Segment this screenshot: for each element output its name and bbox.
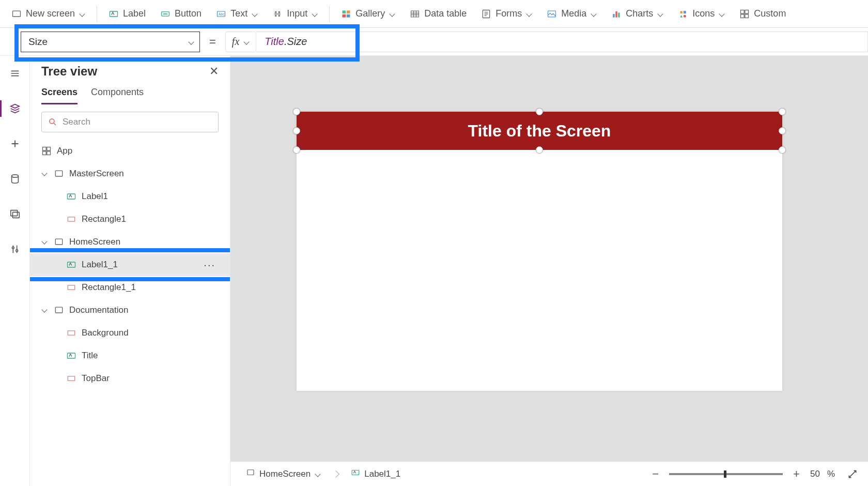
app-icon: [41, 146, 52, 156]
canvas[interactable]: Title of the Screen HomeScreen: [230, 56, 868, 486]
forms-button[interactable]: Forms: [475, 5, 538, 22]
zoom-pct: %: [827, 469, 835, 479]
svg-rect-47: [247, 470, 254, 475]
title-text: Title of the Screen: [468, 122, 611, 141]
search-input[interactable]: Search: [41, 112, 219, 132]
tree-label: MasterScreen: [69, 169, 124, 179]
resize-handle[interactable]: [293, 146, 300, 154]
tree-list: App MasterScreen Label1 Rectangle1: [30, 140, 230, 486]
tree-node-topbar[interactable]: TopBar: [30, 367, 230, 390]
formula-input[interactable]: Title.Size: [256, 32, 868, 52]
expand-icon[interactable]: [41, 307, 49, 314]
label-icon: [109, 9, 119, 19]
breadcrumb-screen[interactable]: HomeScreen: [241, 466, 326, 482]
resize-handle[interactable]: [779, 146, 786, 154]
custom-button[interactable]: Custom: [733, 5, 792, 22]
close-icon[interactable]: ✕: [209, 65, 219, 78]
breadcrumb-control[interactable]: Label1_1: [346, 466, 406, 482]
rail-advanced[interactable]: [5, 239, 25, 260]
rail-tree-view[interactable]: [5, 98, 25, 119]
tree-node-homescreen[interactable]: HomeScreen: [30, 231, 230, 253]
svg-rect-39: [68, 217, 74, 221]
tree-node-background[interactable]: Background: [30, 322, 230, 344]
expand-icon[interactable]: [41, 238, 49, 246]
icons-button[interactable]: Icons: [672, 5, 731, 22]
tree-node-label1[interactable]: Label1: [30, 185, 230, 208]
charts-icon: [611, 9, 622, 19]
tree-label: HomeScreen: [69, 237, 120, 247]
breadcrumb-control-label: Label1_1: [364, 469, 400, 479]
tree-node-rectangle1-1[interactable]: Rectangle1_1: [30, 276, 230, 299]
label-icon: [66, 191, 76, 202]
resize-handle[interactable]: [293, 108, 300, 115]
rail-media[interactable]: [5, 204, 25, 224]
zoom-slider[interactable]: [669, 473, 783, 475]
tree-node-title[interactable]: Title: [30, 344, 230, 367]
icons-icon: [678, 9, 688, 19]
fit-screen-icon[interactable]: [847, 469, 858, 479]
property-value: Size: [28, 36, 48, 48]
resize-handle[interactable]: [779, 127, 786, 134]
artboard-homescreen[interactable]: Title of the Screen: [297, 112, 782, 391]
input-button[interactable]: Input: [266, 5, 324, 22]
chevron-down-icon: [252, 11, 258, 17]
tab-components[interactable]: Components: [91, 87, 144, 104]
resize-handle[interactable]: [293, 127, 300, 134]
tree-node-app[interactable]: App: [30, 140, 230, 162]
screen-icon: [54, 237, 64, 247]
rail-data[interactable]: [5, 169, 25, 189]
rail-hamburger[interactable]: [5, 63, 25, 84]
svg-rect-29: [12, 212, 19, 218]
new-screen-button[interactable]: New screen: [5, 5, 91, 22]
button-icon: [160, 9, 171, 19]
svg-point-8: [275, 15, 277, 17]
tree-label: Title: [82, 351, 98, 361]
chevron-down-icon: [657, 11, 663, 17]
svg-rect-33: [43, 147, 47, 151]
title-label-control[interactable]: Title of the Screen: [297, 112, 782, 150]
property-selector[interactable]: Size: [21, 32, 200, 52]
tab-screens[interactable]: Screens: [41, 87, 78, 104]
svg-rect-17: [613, 14, 615, 18]
resize-handle[interactable]: [779, 108, 786, 115]
svg-rect-25: [741, 14, 745, 18]
label-button[interactable]: Label: [102, 5, 152, 22]
svg-rect-21: [684, 11, 686, 13]
fx-button[interactable]: fx: [225, 32, 256, 52]
chevron-down-icon: [526, 11, 532, 17]
chevron-down-icon: [188, 39, 194, 45]
label-icon: [66, 351, 76, 361]
button-button[interactable]: Button: [154, 5, 208, 22]
tree-node-masterscreen[interactable]: MasterScreen: [30, 162, 230, 185]
rail-insert[interactable]: [5, 133, 25, 154]
tree-node-documentation[interactable]: Documentation: [30, 299, 230, 322]
svg-point-32: [50, 119, 54, 124]
media-icon: [547, 9, 557, 19]
zoom-out-button[interactable]: −: [649, 467, 662, 481]
tree-node-rectangle1[interactable]: Rectangle1: [30, 208, 230, 231]
gallery-button[interactable]: Gallery: [335, 5, 401, 22]
more-icon[interactable]: ···: [204, 259, 215, 271]
zoom-thumb[interactable]: [724, 470, 726, 478]
fx-label: fx: [232, 36, 239, 48]
ribbon-separator: [97, 6, 97, 22]
forms-icon: [481, 9, 491, 19]
resize-handle[interactable]: [536, 108, 543, 115]
text-button[interactable]: Abc Text: [210, 5, 264, 22]
media-button[interactable]: Media: [540, 5, 603, 22]
breadcrumb-screen-label: HomeScreen: [259, 469, 311, 479]
charts-button[interactable]: Charts: [605, 5, 670, 22]
resize-handle[interactable]: [536, 146, 543, 154]
tree-node-label1-1[interactable]: Label1_1 ···: [30, 253, 230, 276]
formula-bar: Size = fx Title.Size: [0, 28, 868, 56]
ribbon-label-label: Label: [123, 8, 146, 19]
expand-icon[interactable]: [41, 170, 49, 177]
svg-rect-28: [10, 210, 17, 216]
datatable-button[interactable]: Data table: [404, 5, 473, 22]
screen-icon: [54, 305, 64, 315]
svg-rect-36: [47, 151, 51, 155]
ribbon-charts-label: Charts: [626, 8, 653, 19]
svg-point-31: [16, 250, 18, 252]
screen-icon: [246, 468, 255, 480]
zoom-in-button[interactable]: +: [790, 467, 803, 481]
